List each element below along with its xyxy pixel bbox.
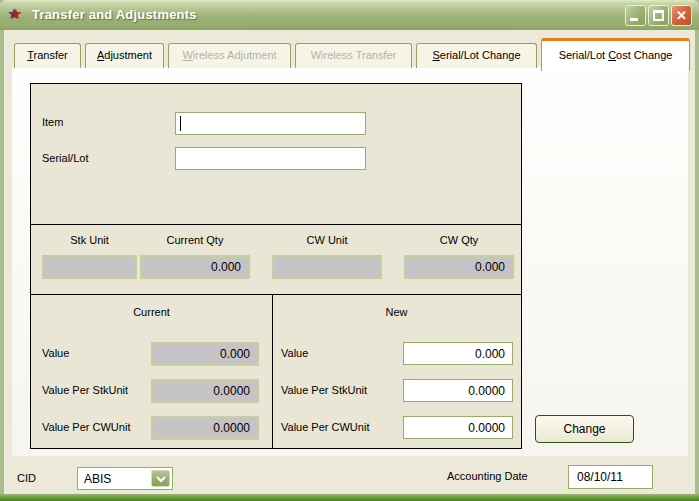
tab-serial-lot-cost-change[interactable]: Serial/Lot Cost Change	[541, 38, 690, 71]
app-star-icon: ★	[9, 6, 22, 22]
serial-lot-label: Serial/Lot	[42, 152, 88, 164]
close-icon: ✕	[672, 7, 691, 25]
current-value-label: Value	[42, 347, 69, 359]
stk-unit-field	[42, 255, 137, 279]
window-bottom-edge	[0, 494, 699, 501]
tab-transfer[interactable]: Transfer	[14, 43, 81, 68]
current-value-per-stkunit-label: Value Per StkUnit	[42, 384, 128, 396]
cw-unit-header: CW Unit	[272, 234, 382, 246]
tab-wireless-adjutment[interactable]: Wireless Adjutment	[168, 43, 291, 68]
new-value-per-cwunit-input[interactable]	[403, 416, 513, 439]
current-value-per-cwunit-field: 0.0000	[151, 416, 259, 440]
minimize-icon	[630, 18, 638, 21]
section-divider	[31, 294, 521, 295]
item-label: Item	[42, 116, 63, 128]
section-divider	[31, 224, 521, 225]
new-value-label: Value	[281, 347, 308, 359]
change-button[interactable]: Change	[535, 415, 634, 443]
tab-wireless-transfer[interactable]: Wireless Transfer	[295, 43, 412, 68]
chevron-down-icon	[156, 476, 166, 483]
new-value-per-stkunit-input[interactable]	[403, 379, 513, 402]
accounting-date-input[interactable]	[568, 465, 653, 489]
tab-adjustment[interactable]: Adjustment	[85, 43, 164, 68]
window-title: Transfer and Adjustments	[32, 7, 197, 22]
window-controls: ✕	[625, 5, 692, 26]
item-input[interactable]	[175, 112, 366, 135]
cw-qty-field: 0.000	[404, 255, 514, 279]
new-value-input[interactable]	[403, 342, 513, 365]
stk-unit-header: Stk Unit	[42, 234, 137, 246]
new-section-title: New	[272, 306, 521, 318]
cw-unit-field	[272, 255, 382, 279]
current-section-title: Current	[31, 306, 272, 318]
close-button[interactable]: ✕	[671, 5, 692, 26]
minimize-button[interactable]	[625, 5, 646, 26]
current-qty-header: Current Qty	[140, 234, 250, 246]
cid-dropdown-button[interactable]	[151, 470, 170, 487]
serial-lot-input[interactable]	[175, 147, 366, 170]
form-panel: Item Serial/Lot Stk Unit Current Qty CW …	[30, 83, 522, 449]
new-value-per-stkunit-label: Value Per StkUnit	[281, 384, 367, 396]
app-window: ★ Transfer and Adjustments ✕ Transfer Ad…	[0, 0, 699, 501]
cw-qty-header: CW Qty	[404, 234, 514, 246]
tab-serial-lot-change[interactable]: Serial/Lot Change	[416, 43, 537, 68]
current-value-per-stkunit-field: 0.0000	[151, 379, 259, 403]
maximize-button[interactable]	[648, 5, 669, 26]
cid-label: CID	[17, 472, 36, 484]
cid-value: ABIS	[84, 472, 111, 486]
accounting-date-label: Accounting Date	[447, 470, 528, 482]
maximize-icon	[653, 10, 664, 21]
text-caret	[180, 116, 181, 131]
current-qty-field: 0.000	[140, 255, 250, 279]
cid-dropdown[interactable]: ABIS	[77, 467, 173, 490]
current-value-per-cwunit-label: Value Per CWUnit	[42, 421, 130, 433]
title-bar: ★ Transfer and Adjustments ✕	[0, 0, 699, 30]
new-value-per-cwunit-label: Value Per CWUnit	[281, 421, 369, 433]
current-value-field: 0.000	[151, 342, 259, 366]
